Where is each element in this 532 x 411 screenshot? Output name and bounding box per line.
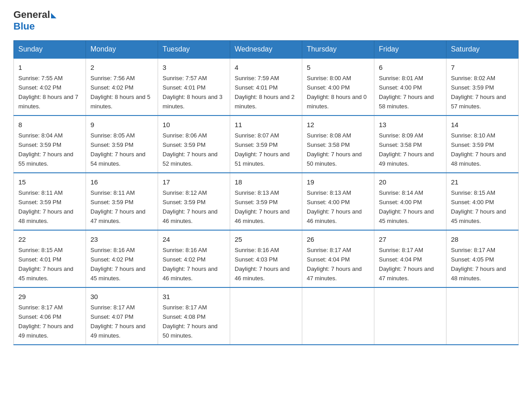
calendar-cell: 18Sunrise: 8:13 AMSunset: 3:59 PMDayligh… [230, 173, 302, 230]
calendar-week-row: 29Sunrise: 8:17 AMSunset: 4:06 PMDayligh… [14, 287, 519, 345]
calendar-week-row: 22Sunrise: 8:15 AMSunset: 4:01 PMDayligh… [14, 230, 519, 287]
day-info: Sunrise: 8:00 AMSunset: 4:00 PMDaylight:… [307, 75, 367, 110]
day-info: Sunrise: 8:04 AMSunset: 3:59 PMDaylight:… [18, 132, 73, 167]
day-number: 14 [451, 120, 514, 130]
day-number: 4 [235, 62, 297, 73]
day-number: 31 [163, 291, 225, 302]
calendar-cell: 5Sunrise: 8:00 AMSunset: 4:00 PMDaylight… [302, 58, 374, 116]
day-info: Sunrise: 8:02 AMSunset: 3:59 PMDaylight:… [451, 75, 506, 110]
calendar-table: SundayMondayTuesdayWednesdayThursdayFrid… [13, 40, 519, 345]
day-info: Sunrise: 8:17 AMSunset: 4:06 PMDaylight:… [18, 304, 73, 339]
day-number: 6 [379, 62, 442, 73]
calendar-cell: 14Sunrise: 8:10 AMSunset: 3:59 PMDayligh… [446, 116, 519, 173]
calendar-cell: 28Sunrise: 8:17 AMSunset: 4:05 PMDayligh… [446, 230, 519, 287]
day-number: 27 [379, 234, 442, 244]
logo-general: General [13, 9, 50, 21]
day-number: 5 [307, 62, 369, 73]
day-number: 23 [90, 234, 153, 244]
calendar-cell: 8Sunrise: 8:04 AMSunset: 3:59 PMDaylight… [14, 116, 86, 173]
calendar-cell: 17Sunrise: 8:12 AMSunset: 3:59 PMDayligh… [158, 173, 230, 230]
calendar-cell: 2Sunrise: 7:56 AMSunset: 4:02 PMDaylight… [86, 58, 158, 116]
day-info: Sunrise: 8:17 AMSunset: 4:05 PMDaylight:… [451, 247, 506, 282]
calendar-cell: 1Sunrise: 7:55 AMSunset: 4:02 PMDaylight… [14, 58, 86, 116]
day-info: Sunrise: 8:13 AMSunset: 4:00 PMDaylight:… [307, 189, 362, 224]
calendar-cell: 25Sunrise: 8:16 AMSunset: 4:03 PMDayligh… [230, 230, 302, 287]
day-number: 1 [18, 62, 81, 73]
day-number: 24 [163, 234, 225, 244]
day-number: 13 [379, 120, 442, 130]
day-info: Sunrise: 8:14 AMSunset: 4:00 PMDaylight:… [379, 189, 434, 224]
day-number: 3 [163, 62, 225, 73]
calendar-cell [374, 287, 446, 345]
calendar-week-row: 1Sunrise: 7:55 AMSunset: 4:02 PMDaylight… [14, 58, 519, 116]
day-number: 16 [90, 177, 153, 187]
col-header-monday: Monday [86, 41, 158, 59]
day-info: Sunrise: 8:06 AMSunset: 3:59 PMDaylight:… [163, 132, 218, 167]
day-number: 28 [451, 234, 514, 244]
day-info: Sunrise: 8:07 AMSunset: 3:59 PMDaylight:… [235, 132, 290, 167]
day-number: 17 [163, 177, 225, 187]
day-number: 29 [18, 291, 81, 302]
calendar-cell: 13Sunrise: 8:09 AMSunset: 3:58 PMDayligh… [374, 116, 446, 173]
calendar-cell: 3Sunrise: 7:57 AMSunset: 4:01 PMDaylight… [158, 58, 230, 116]
day-info: Sunrise: 7:55 AMSunset: 4:02 PMDaylight:… [18, 75, 78, 110]
calendar-cell [302, 287, 374, 345]
day-number: 15 [18, 177, 81, 187]
logo-blue: Blue [13, 21, 35, 32]
day-info: Sunrise: 8:17 AMSunset: 4:07 PMDaylight:… [90, 304, 146, 339]
day-number: 12 [307, 120, 369, 130]
calendar-cell: 7Sunrise: 8:02 AMSunset: 3:59 PMDaylight… [446, 58, 519, 116]
day-number: 22 [18, 234, 81, 244]
day-info: Sunrise: 7:57 AMSunset: 4:01 PMDaylight:… [163, 75, 223, 110]
day-number: 30 [90, 291, 153, 302]
day-info: Sunrise: 8:08 AMSunset: 3:58 PMDaylight:… [307, 132, 362, 167]
col-header-tuesday: Tuesday [158, 41, 230, 59]
col-header-saturday: Saturday [446, 41, 519, 59]
col-header-thursday: Thursday [302, 41, 374, 59]
calendar-cell [230, 287, 302, 345]
calendar-cell: 23Sunrise: 8:16 AMSunset: 4:02 PMDayligh… [86, 230, 158, 287]
calendar-cell: 20Sunrise: 8:14 AMSunset: 4:00 PMDayligh… [374, 173, 446, 230]
calendar-cell: 16Sunrise: 8:11 AMSunset: 3:59 PMDayligh… [86, 173, 158, 230]
day-info: Sunrise: 8:11 AMSunset: 3:59 PMDaylight:… [90, 189, 146, 224]
day-number: 25 [235, 234, 297, 244]
day-number: 21 [451, 177, 514, 187]
day-info: Sunrise: 8:09 AMSunset: 3:58 PMDaylight:… [379, 132, 434, 167]
day-info: Sunrise: 8:17 AMSunset: 4:04 PMDaylight:… [307, 247, 362, 282]
day-info: Sunrise: 8:13 AMSunset: 3:59 PMDaylight:… [235, 189, 290, 224]
calendar-cell: 10Sunrise: 8:06 AMSunset: 3:59 PMDayligh… [158, 116, 230, 173]
day-info: Sunrise: 8:16 AMSunset: 4:03 PMDaylight:… [235, 247, 290, 282]
day-number: 9 [90, 120, 153, 130]
calendar-cell: 27Sunrise: 8:17 AMSunset: 4:04 PMDayligh… [374, 230, 446, 287]
day-info: Sunrise: 8:17 AMSunset: 4:08 PMDaylight:… [163, 304, 218, 339]
calendar-cell: 30Sunrise: 8:17 AMSunset: 4:07 PMDayligh… [86, 287, 158, 345]
calendar-header-row: SundayMondayTuesdayWednesdayThursdayFrid… [14, 41, 519, 59]
calendar-cell: 22Sunrise: 8:15 AMSunset: 4:01 PMDayligh… [14, 230, 86, 287]
day-number: 19 [307, 177, 369, 187]
day-number: 20 [379, 177, 442, 187]
day-number: 2 [90, 62, 153, 73]
day-info: Sunrise: 8:10 AMSunset: 3:59 PMDaylight:… [451, 132, 506, 167]
day-info: Sunrise: 8:11 AMSunset: 3:59 PMDaylight:… [18, 189, 73, 224]
day-info: Sunrise: 8:01 AMSunset: 4:00 PMDaylight:… [379, 75, 434, 110]
calendar-cell: 4Sunrise: 7:59 AMSunset: 4:01 PMDaylight… [230, 58, 302, 116]
day-number: 8 [18, 120, 81, 130]
day-number: 11 [235, 120, 297, 130]
calendar-week-row: 15Sunrise: 8:11 AMSunset: 3:59 PMDayligh… [14, 173, 519, 230]
calendar-cell: 19Sunrise: 8:13 AMSunset: 4:00 PMDayligh… [302, 173, 374, 230]
calendar-cell: 11Sunrise: 8:07 AMSunset: 3:59 PMDayligh… [230, 116, 302, 173]
day-info: Sunrise: 8:17 AMSunset: 4:04 PMDaylight:… [379, 247, 434, 282]
day-info: Sunrise: 7:56 AMSunset: 4:02 PMDaylight:… [90, 75, 150, 110]
calendar-cell: 29Sunrise: 8:17 AMSunset: 4:06 PMDayligh… [14, 287, 86, 345]
day-number: 18 [235, 177, 297, 187]
calendar-week-row: 8Sunrise: 8:04 AMSunset: 3:59 PMDaylight… [14, 116, 519, 173]
col-header-wednesday: Wednesday [230, 41, 302, 59]
logo-arrow-icon [51, 13, 56, 18]
day-number: 7 [451, 62, 514, 73]
day-info: Sunrise: 8:15 AMSunset: 4:01 PMDaylight:… [18, 247, 73, 282]
day-info: Sunrise: 7:59 AMSunset: 4:01 PMDaylight:… [235, 75, 295, 110]
day-number: 26 [307, 234, 369, 244]
logo: General Blue [13, 9, 56, 32]
calendar-cell: 15Sunrise: 8:11 AMSunset: 3:59 PMDayligh… [14, 173, 86, 230]
day-info: Sunrise: 8:15 AMSunset: 4:00 PMDaylight:… [451, 189, 506, 224]
